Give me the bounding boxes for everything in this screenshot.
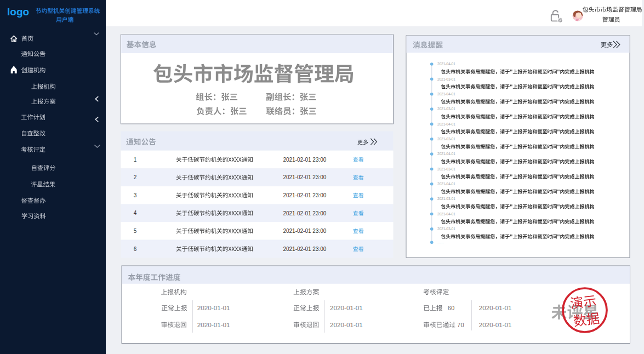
svg-text:1: 1: [134, 157, 137, 163]
svg-text:2020-01-01: 2020-01-01: [479, 321, 512, 328]
svg-text:2020-01-01: 2020-01-01: [197, 321, 230, 328]
svg-text:2: 2: [134, 174, 137, 180]
svg-text:2020-01-01: 2020-01-01: [330, 304, 363, 311]
svg-text:2021-03-01: 2021-03-01: [437, 137, 455, 141]
svg-text:6: 6: [134, 246, 137, 252]
svg-text:60: 60: [448, 305, 455, 311]
svg-text:4: 4: [134, 210, 137, 216]
svg-text:2021-04-01: 2021-04-01: [437, 212, 455, 216]
svg-text:2021-03-01: 2021-03-01: [437, 227, 455, 231]
svg-text:3: 3: [134, 192, 137, 198]
svg-text:2021-04-01: 2021-04-01: [437, 182, 455, 186]
svg-text:2021-04-01: 2021-04-01: [437, 62, 455, 66]
svg-text:logo: logo: [7, 6, 29, 18]
svg-text:2021-04-01: 2021-04-01: [437, 92, 455, 96]
svg-text:2021-03-01: 2021-03-01: [437, 167, 455, 171]
svg-text:2021-03-01: 2021-03-01: [437, 77, 455, 81]
svg-text:2020-01-01: 2020-01-01: [479, 304, 512, 311]
svg-text:2021-04-01: 2021-04-01: [437, 152, 455, 156]
svg-text:2020-01-01: 2020-01-01: [197, 304, 230, 311]
svg-text:2021-03-01: 2021-03-01: [437, 107, 455, 111]
svg-text:2021-03-01: 2021-03-01: [437, 197, 455, 201]
svg-text:2020-01-01: 2020-01-01: [330, 321, 363, 328]
svg-text:......: ......: [437, 240, 444, 244]
svg-text:70: 70: [457, 322, 464, 328]
svg-text:5: 5: [134, 228, 137, 234]
svg-text:2021-04-01: 2021-04-01: [437, 122, 455, 126]
